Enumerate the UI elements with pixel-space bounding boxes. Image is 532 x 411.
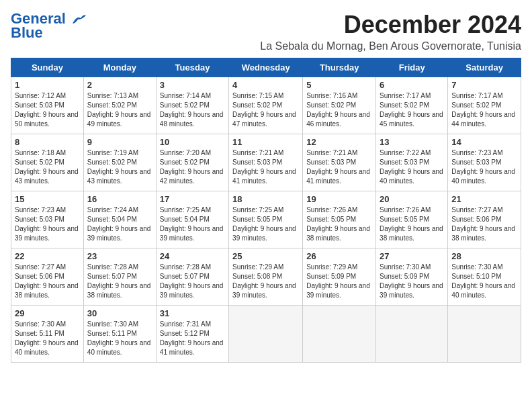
calendar-day-cell: 10 Sunrise: 7:20 AM Sunset: 5:02 PM Dayl… [156,134,228,191]
day-info: Sunrise: 7:15 AM Sunset: 5:02 PM Dayligh… [232,92,296,128]
day-number: 23 [87,251,152,261]
header-wednesday: Wednesday [229,58,303,77]
day-number: 9 [87,137,152,147]
calendar-week-row: 29 Sunrise: 7:30 AM Sunset: 5:11 PM Dayl… [11,306,521,363]
day-info: Sunrise: 7:20 AM Sunset: 5:02 PM Dayligh… [160,149,224,185]
calendar-day-cell: 13 Sunrise: 7:22 AM Sunset: 5:03 PM Dayl… [376,134,448,191]
day-number: 21 [451,194,517,204]
day-number: 2 [87,80,152,90]
day-info: Sunrise: 7:27 AM Sunset: 5:06 PM Dayligh… [451,206,515,242]
day-info: Sunrise: 7:12 AM Sunset: 5:03 PM Dayligh… [15,92,79,128]
calendar-day-cell: 21 Sunrise: 7:27 AM Sunset: 5:06 PM Dayl… [448,191,521,248]
calendar-day-cell: 19 Sunrise: 7:26 AM Sunset: 5:05 PM Dayl… [303,191,376,248]
calendar-week-row: 8 Sunrise: 7:18 AM Sunset: 5:02 PM Dayli… [11,134,521,191]
calendar-day-cell: 4 Sunrise: 7:15 AM Sunset: 5:02 PM Dayli… [229,77,303,134]
day-number: 1 [15,80,80,90]
day-info: Sunrise: 7:31 AM Sunset: 5:12 PM Dayligh… [160,320,224,356]
calendar-day-cell: 29 Sunrise: 7:30 AM Sunset: 5:11 PM Dayl… [11,306,84,363]
logo-blue: Blue [11,24,86,42]
day-info: Sunrise: 7:21 AM Sunset: 5:03 PM Dayligh… [232,149,296,185]
day-info: Sunrise: 7:29 AM Sunset: 5:09 PM Dayligh… [306,263,370,299]
day-number: 24 [160,251,225,261]
day-number: 16 [87,194,152,204]
day-number: 3 [160,80,225,90]
calendar-day-cell [303,306,376,363]
day-info: Sunrise: 7:25 AM Sunset: 5:04 PM Dayligh… [160,206,224,242]
calendar-week-row: 1 Sunrise: 7:12 AM Sunset: 5:03 PM Dayli… [11,77,521,134]
day-number: 5 [306,80,372,90]
day-info: Sunrise: 7:19 AM Sunset: 5:02 PM Dayligh… [87,149,151,185]
day-info: Sunrise: 7:13 AM Sunset: 5:02 PM Dayligh… [87,92,151,128]
day-info: Sunrise: 7:22 AM Sunset: 5:03 PM Dayligh… [380,149,443,185]
calendar-day-cell: 14 Sunrise: 7:23 AM Sunset: 5:03 PM Dayl… [448,134,521,191]
calendar-day-cell: 18 Sunrise: 7:25 AM Sunset: 5:05 PM Dayl… [229,191,303,248]
day-info: Sunrise: 7:16 AM Sunset: 5:02 PM Dayligh… [306,92,370,128]
title-section: December 2024 La Sebala du Mornag, Ben A… [260,11,521,52]
day-number: 19 [306,194,372,204]
day-info: Sunrise: 7:27 AM Sunset: 5:06 PM Dayligh… [15,263,79,299]
day-number: 15 [15,194,80,204]
header-thursday: Thursday [303,58,376,77]
calendar-day-cell: 6 Sunrise: 7:17 AM Sunset: 5:02 PM Dayli… [376,77,448,134]
day-info: Sunrise: 7:30 AM Sunset: 5:11 PM Dayligh… [15,320,79,356]
calendar-day-cell: 7 Sunrise: 7:17 AM Sunset: 5:02 PM Dayli… [448,77,521,134]
day-info: Sunrise: 7:17 AM Sunset: 5:02 PM Dayligh… [451,92,515,128]
day-number: 11 [232,137,299,147]
calendar-day-cell: 5 Sunrise: 7:16 AM Sunset: 5:02 PM Dayli… [303,77,376,134]
header-saturday: Saturday [448,58,521,77]
day-number: 10 [160,137,225,147]
calendar-day-cell: 26 Sunrise: 7:29 AM Sunset: 5:09 PM Dayl… [303,248,376,306]
calendar-day-cell: 27 Sunrise: 7:30 AM Sunset: 5:09 PM Dayl… [376,248,448,306]
calendar-day-cell [448,306,521,363]
calendar-day-cell: 11 Sunrise: 7:21 AM Sunset: 5:03 PM Dayl… [229,134,303,191]
day-number: 20 [380,194,444,204]
day-info: Sunrise: 7:21 AM Sunset: 5:03 PM Dayligh… [306,149,370,185]
day-number: 17 [160,194,225,204]
calendar-day-cell: 22 Sunrise: 7:27 AM Sunset: 5:06 PM Dayl… [11,248,84,306]
calendar-day-cell [229,306,303,363]
day-number: 14 [451,137,517,147]
day-number: 29 [15,308,80,318]
day-info: Sunrise: 7:24 AM Sunset: 5:04 PM Dayligh… [87,206,151,242]
calendar-day-cell: 16 Sunrise: 7:24 AM Sunset: 5:04 PM Dayl… [83,191,156,248]
calendar-day-cell: 17 Sunrise: 7:25 AM Sunset: 5:04 PM Dayl… [156,191,228,248]
calendar-day-cell [376,306,448,363]
logo-bird-icon [71,14,86,25]
page-header: General Blue December 2024 La Sebala du … [11,11,521,52]
day-info: Sunrise: 7:26 AM Sunset: 5:05 PM Dayligh… [306,206,370,242]
calendar-day-cell: 2 Sunrise: 7:13 AM Sunset: 5:02 PM Dayli… [83,77,156,134]
calendar-day-cell: 9 Sunrise: 7:19 AM Sunset: 5:02 PM Dayli… [83,134,156,191]
day-info: Sunrise: 7:23 AM Sunset: 5:03 PM Dayligh… [451,149,515,185]
calendar-day-cell: 31 Sunrise: 7:31 AM Sunset: 5:12 PM Dayl… [156,306,228,363]
day-info: Sunrise: 7:28 AM Sunset: 5:07 PM Dayligh… [87,263,151,299]
day-info: Sunrise: 7:26 AM Sunset: 5:05 PM Dayligh… [380,206,443,242]
header-monday: Monday [83,58,156,77]
day-number: 28 [451,251,517,261]
day-number: 30 [87,308,152,318]
calendar-day-cell: 1 Sunrise: 7:12 AM Sunset: 5:03 PM Dayli… [11,77,84,134]
header-friday: Friday [376,58,448,77]
calendar-day-cell: 25 Sunrise: 7:29 AM Sunset: 5:08 PM Dayl… [229,248,303,306]
month-title: December 2024 [260,11,521,39]
day-info: Sunrise: 7:25 AM Sunset: 5:05 PM Dayligh… [232,206,296,242]
day-info: Sunrise: 7:29 AM Sunset: 5:08 PM Dayligh… [232,263,296,299]
day-number: 12 [306,137,372,147]
calendar-week-row: 22 Sunrise: 7:27 AM Sunset: 5:06 PM Dayl… [11,248,521,306]
calendar-day-cell: 24 Sunrise: 7:28 AM Sunset: 5:07 PM Dayl… [156,248,228,306]
calendar-day-cell: 8 Sunrise: 7:18 AM Sunset: 5:02 PM Dayli… [11,134,84,191]
day-number: 18 [232,194,299,204]
day-number: 7 [451,80,517,90]
day-info: Sunrise: 7:14 AM Sunset: 5:02 PM Dayligh… [160,92,224,128]
calendar-day-cell: 23 Sunrise: 7:28 AM Sunset: 5:07 PM Dayl… [83,248,156,306]
day-number: 25 [232,251,299,261]
day-number: 22 [15,251,80,261]
calendar-week-row: 15 Sunrise: 7:23 AM Sunset: 5:03 PM Dayl… [11,191,521,248]
day-number: 13 [380,137,444,147]
calendar-day-cell: 15 Sunrise: 7:23 AM Sunset: 5:03 PM Dayl… [11,191,84,248]
calendar-day-cell: 28 Sunrise: 7:30 AM Sunset: 5:10 PM Dayl… [448,248,521,306]
day-info: Sunrise: 7:30 AM Sunset: 5:11 PM Dayligh… [87,320,151,356]
day-number: 26 [306,251,372,261]
logo: General Blue [11,11,86,42]
day-info: Sunrise: 7:30 AM Sunset: 5:10 PM Dayligh… [451,263,515,299]
day-number: 4 [232,80,299,90]
